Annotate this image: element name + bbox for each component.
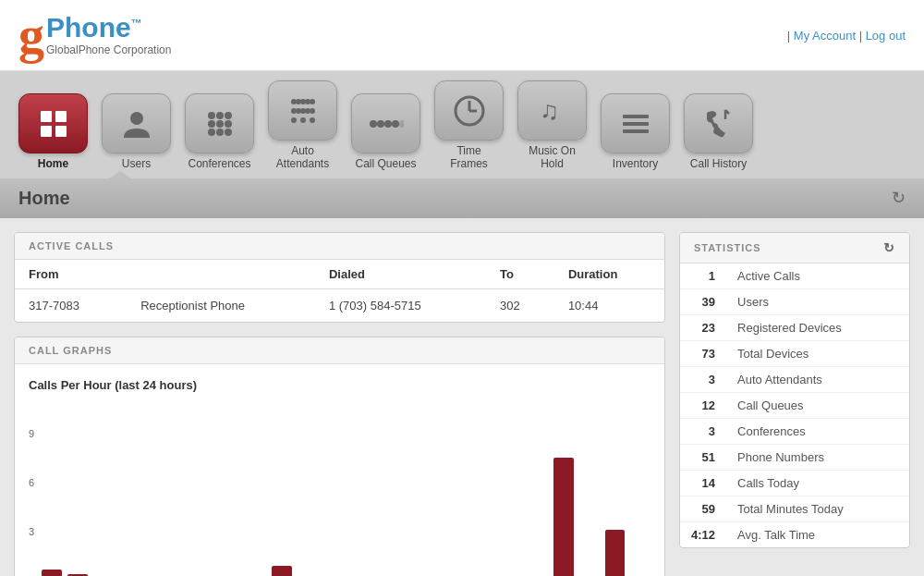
svg-text:♫: ♫ — [540, 96, 559, 125]
stats-label: Calls Today — [726, 470, 909, 496]
active-calls-panel: ACTIVE CALLS From Dialed To Duration 317… — [14, 232, 665, 323]
nav-label-auto-attendants: AutoAttendants — [276, 144, 329, 171]
svg-point-7 — [208, 129, 215, 136]
call-graphs-panel: CALL GRAPHS Calls Per Hour (last 24 hour… — [14, 337, 665, 576]
nav-item-call-history[interactable]: Call History — [679, 93, 758, 178]
nav-item-music-on-hold[interactable]: ♫ Music OnHold — [513, 80, 591, 178]
page-title-bar: Home ↻ — [0, 178, 924, 218]
table-header-row: From Dialed To Duration — [15, 260, 664, 289]
stats-label: Conferences — [726, 418, 909, 444]
stats-row: 3 Auto Attendants — [680, 366, 909, 392]
header: g Phone™ GlobalPhone Corporation | My Ac… — [0, 0, 924, 71]
stats-num: 4:12 — [680, 521, 726, 547]
nav-item-auto-attendants[interactable]: AutoAttendants — [263, 80, 342, 178]
logo-area: g Phone™ GlobalPhone Corporation — [18, 9, 171, 61]
stats-label: Active Calls — [726, 263, 909, 289]
stats-label: Call Queues — [726, 392, 909, 418]
stats-row: 3 Conferences — [680, 418, 909, 444]
home-icon — [18, 93, 88, 153]
pipe-separator2: | — [859, 29, 866, 43]
nav-item-call-queues[interactable]: Call Queues — [346, 93, 425, 178]
logo-phone-text: Phone™ GlobalPhone Corporation — [46, 14, 171, 56]
nav-item-inventory[interactable]: Inventory — [596, 93, 675, 178]
call-graphs-label: CALL GRAPHS — [29, 345, 112, 356]
svg-point-4 — [130, 112, 143, 125]
table-row: 317-7083 Receptionist Phone 1 (703) 584-… — [15, 288, 664, 322]
stats-row: 51 Phone Numbers — [680, 444, 909, 470]
stats-num: 1 — [680, 263, 726, 289]
svg-point-23 — [296, 99, 301, 104]
stats-num: 14 — [680, 470, 726, 496]
svg-rect-1 — [55, 111, 67, 122]
call-graphs-content: Calls Per Hour (last 24 hours) 9 6 3 0 — [15, 364, 664, 576]
my-account-link[interactable]: My Account — [794, 29, 856, 43]
stats-label: Users — [726, 288, 909, 314]
stats-label: Total Minutes Today — [726, 496, 909, 521]
log-out-link[interactable]: Log out — [866, 29, 906, 43]
col-name — [127, 260, 315, 289]
pipe-separator: | — [787, 29, 790, 43]
refresh-icon[interactable]: ↻ — [892, 188, 906, 208]
bar — [553, 458, 574, 576]
stats-num: 3 — [680, 418, 726, 444]
statistics-label: STATISTICS — [694, 242, 761, 253]
chart-area — [42, 429, 650, 576]
stats-num: 59 — [680, 496, 726, 521]
nav: Home Users Conferences — [0, 71, 924, 178]
statistics-table: 1 Active Calls 39 Users 23 Registered De… — [680, 263, 909, 547]
stats-label: Auto Attendants — [726, 366, 909, 392]
svg-point-24 — [305, 99, 310, 104]
nav-label-users: Users — [122, 157, 151, 170]
music-on-hold-icon: ♫ — [517, 80, 587, 141]
left-panel: ACTIVE CALLS From Dialed To Duration 317… — [14, 232, 665, 576]
svg-point-13 — [216, 120, 224, 128]
bar — [605, 530, 626, 576]
call-graphs-header: CALL GRAPHS — [15, 337, 664, 364]
stats-row: 4:12 Avg. Talk Time — [680, 521, 909, 547]
cell-dialed: 1 (703) 584-5715 — [315, 288, 486, 322]
nav-label-call-queues: Call Queues — [355, 157, 416, 170]
account-links: | My Account | Log out — [787, 29, 906, 43]
stats-num: 23 — [680, 314, 726, 340]
svg-point-31 — [399, 120, 404, 128]
svg-point-25 — [296, 108, 301, 114]
nav-label-call-history: Call History — [690, 157, 747, 170]
graph-title: Calls Per Hour (last 24 hours) — [29, 378, 650, 392]
page-title: Home — [18, 188, 70, 209]
stats-row: 1 Active Calls — [680, 263, 909, 289]
statistics-header: STATISTICS ↻ — [680, 233, 909, 263]
svg-point-5 — [208, 112, 215, 119]
nav-label-music-on-hold: Music OnHold — [529, 144, 576, 171]
nav-label-inventory: Inventory — [613, 157, 658, 170]
cell-name: Receptionist Phone — [127, 288, 315, 322]
svg-point-20 — [291, 117, 297, 123]
y-axis: 9 6 3 0 — [29, 429, 34, 576]
nav-label-conferences: Conferences — [188, 157, 250, 170]
bar-chart: 9 6 3 0 — [29, 401, 650, 576]
col-duration: Duration — [554, 260, 664, 289]
svg-point-28 — [377, 120, 384, 128]
nav-item-users[interactable]: Users — [97, 93, 176, 178]
svg-point-9 — [216, 112, 224, 119]
stats-num: 73 — [680, 340, 726, 366]
stats-label: Registered Devices — [726, 314, 909, 340]
bar — [272, 566, 292, 576]
nav-label-time-frames: TimeFrames — [450, 144, 488, 171]
svg-point-29 — [384, 120, 392, 128]
call-history-icon — [684, 93, 753, 153]
inventory-icon — [601, 93, 670, 153]
statistics-panel: STATISTICS ↻ 1 Active Calls 39 Users 23 … — [679, 232, 910, 548]
svg-point-22 — [310, 117, 315, 123]
time-frames-icon — [434, 80, 504, 141]
nav-item-time-frames[interactable]: TimeFrames — [430, 80, 508, 178]
stats-refresh-icon[interactable]: ↻ — [883, 240, 895, 255]
col-dialed: Dialed — [315, 260, 486, 289]
logo-g: g — [18, 9, 44, 61]
stats-row: 73 Total Devices — [680, 340, 909, 366]
nav-item-conferences[interactable]: Conferences — [180, 93, 259, 178]
stats-row: 39 Users — [680, 288, 909, 314]
nav-item-home[interactable]: Home — [14, 93, 92, 178]
logo-phone-word: Phone™ — [46, 14, 171, 42]
stats-row: 23 Registered Devices — [680, 314, 909, 340]
svg-rect-37 — [623, 122, 649, 126]
